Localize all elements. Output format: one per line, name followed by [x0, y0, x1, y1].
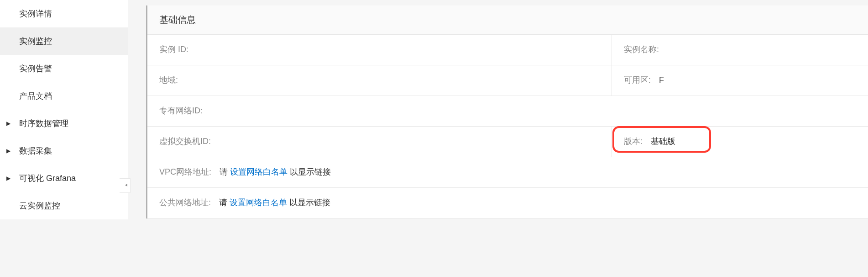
field-label: 实例名称: [624, 44, 659, 55]
sidebar: 实例详情 实例监控 实例告警 产品文档 ▶ 时序数据管理 ▶ 数据采集 ▶ 可视… [0, 0, 128, 277]
sidebar-item-product-docs[interactable]: 产品文档 [0, 82, 128, 110]
field-label: 公共网络地址: [159, 197, 211, 208]
whitelist-link[interactable]: 设置网络白名单 [230, 167, 288, 176]
sidebar-item-instance-monitor[interactable]: 实例监控 [0, 27, 128, 55]
sidebar-item-label: 产品文档 [19, 91, 52, 101]
field-instance-id: 实例 ID: [147, 35, 612, 65]
sidebar-item-label: 数据采集 [19, 145, 52, 156]
sidebar-collapse-button[interactable] [120, 178, 131, 193]
field-public-address: 公共网络地址: 请 设置网络白名单 以显示链接 [147, 188, 868, 218]
field-value: 请 设置网络白名单 以显示链接 [219, 197, 330, 208]
basic-info-panel: 基础信息 实例 ID: 实例名称: 地域: 可用区: F [146, 5, 868, 218]
field-value: 请 设置网络白名单 以显示链接 [220, 166, 331, 177]
sidebar-item-label: 实例告警 [19, 63, 52, 74]
field-label: 实例 ID: [159, 44, 188, 55]
sidebar-item-label: 时序数据管理 [19, 118, 68, 129]
caret-right-icon: ▶ [6, 120, 10, 127]
sidebar-item-cloud-instance-monitor[interactable]: 云实例监控 [0, 192, 128, 219]
sidebar-item-instance-detail[interactable]: 实例详情 [0, 0, 128, 27]
caret-right-icon: ▶ [6, 148, 10, 154]
field-vswitch-id: 虚拟交换机ID: [147, 127, 612, 157]
sidebar-item-label: 云实例监控 [19, 200, 60, 211]
field-edition: 版本: 基础版 [612, 127, 868, 157]
field-vpc-id: 专有网络ID: [147, 96, 868, 126]
sidebar-item-label: 可视化 Grafana [19, 173, 76, 184]
sidebar-item-label: 实例详情 [19, 8, 52, 19]
field-label: 地域: [159, 75, 178, 85]
field-vpc-address: VPC网络地址: 请 设置网络白名单 以显示链接 [147, 157, 868, 187]
field-label: 版本: [624, 136, 643, 147]
field-zone: 可用区: F [612, 65, 868, 96]
main-content: 基础信息 实例 ID: 实例名称: 地域: 可用区: F [128, 0, 868, 277]
sidebar-item-data-collection[interactable]: ▶ 数据采集 [0, 137, 128, 165]
field-label: 专有网络ID: [159, 105, 203, 116]
field-value: 基础版 [651, 136, 675, 147]
field-value: F [659, 75, 664, 85]
field-region: 地域: [147, 65, 612, 96]
caret-right-icon: ▶ [6, 175, 10, 181]
field-label: 虚拟交换机ID: [159, 136, 211, 147]
sidebar-item-instance-alarm[interactable]: 实例告警 [0, 55, 128, 82]
field-label: 可用区: [624, 75, 651, 85]
sidebar-item-grafana[interactable]: ▶ 可视化 Grafana [0, 165, 128, 192]
sidebar-item-timeseries-mgmt[interactable]: ▶ 时序数据管理 [0, 110, 128, 137]
collapse-left-icon [122, 182, 128, 190]
whitelist-link[interactable]: 设置网络白名单 [230, 198, 287, 207]
field-instance-name: 实例名称: [612, 35, 868, 65]
field-label: VPC网络地址: [159, 166, 211, 177]
panel-title: 基础信息 [147, 5, 868, 35]
sidebar-item-label: 实例监控 [19, 36, 52, 47]
